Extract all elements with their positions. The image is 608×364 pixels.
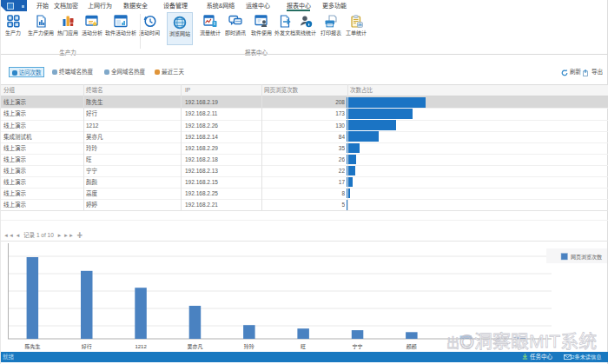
svg-text:陈先生: 陈先生 xyxy=(24,343,40,350)
svg-text:好行: 好行 xyxy=(82,343,92,350)
svg-text:旺: 旺 xyxy=(301,344,306,349)
svg-text:宁宁: 宁宁 xyxy=(352,343,362,349)
svg-text:1212: 1212 xyxy=(135,344,147,349)
svg-text:玲玲: 玲玲 xyxy=(244,343,254,350)
svg-text:吴亦凡: 吴亦凡 xyxy=(187,343,202,350)
svg-text:网页浏览次数: 网页浏览次数 xyxy=(571,254,602,261)
svg-text:颜颜: 颜颜 xyxy=(406,343,417,350)
